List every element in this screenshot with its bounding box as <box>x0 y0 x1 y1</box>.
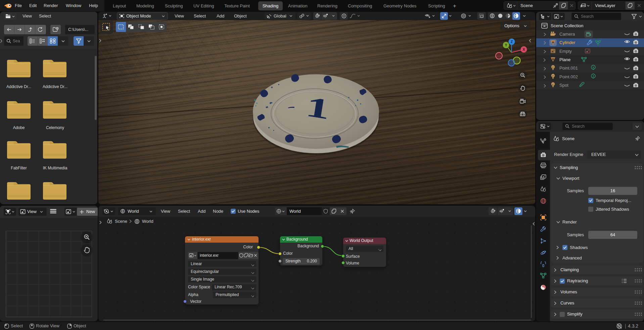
svg-text:1: 1 <box>304 90 333 125</box>
svg-text:X: X <box>523 48 525 51</box>
svg-text:Y: Y <box>505 43 507 47</box>
svg-text:Z: Z <box>511 40 513 44</box>
